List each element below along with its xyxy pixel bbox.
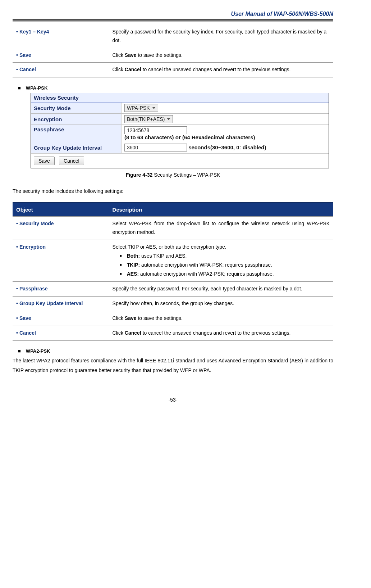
t1-r1-desc: Click Save to save the settings. bbox=[109, 48, 333, 63]
wpa2-psk-body-text: The latest WPA2 protocol features compli… bbox=[13, 356, 333, 375]
t2-security-mode-desc: Select WPA-PSK from the drop-down list t… bbox=[109, 217, 333, 240]
figure-wireless-security: Wireless Security Security Mode WPA-PSK … bbox=[31, 93, 333, 168]
t2-encryption-obj: •Encryption bbox=[13, 240, 109, 281]
interval-input[interactable]: 3600 bbox=[124, 144, 187, 151]
fig-header: Wireless Security bbox=[31, 93, 329, 103]
t1-r0-desc: Specify a password for the security key … bbox=[109, 25, 333, 48]
t2-cancel-desc: Click Cancel to cancel the unsaved chang… bbox=[109, 326, 333, 341]
section-heading-wpa-psk: ■WPA-PSK bbox=[18, 85, 333, 91]
square-bullet-icon: ■ bbox=[18, 348, 21, 354]
cancel-button[interactable]: Cancel bbox=[59, 157, 84, 165]
t1-r1-obj: •Save bbox=[13, 48, 109, 63]
fig-label-passphrase: Passphrase bbox=[31, 125, 122, 142]
page-header-title: User Manual of WAP-500N/WBS-500N bbox=[13, 11, 333, 17]
t2-head-description: Description bbox=[109, 202, 333, 217]
interval-hint: seconds(30~3600, 0: disabled) bbox=[188, 144, 266, 150]
section-heading-wpa2-psk: ■WPA2-PSK bbox=[18, 348, 333, 354]
t1-r0-obj: •Key1 – Key4 bbox=[13, 25, 109, 48]
t2-head-object: Object bbox=[13, 202, 109, 217]
description-table-1: •Key1 – Key4 Specify a password for the … bbox=[13, 25, 333, 78]
save-button[interactable]: Save bbox=[34, 157, 55, 165]
t2-passphrase-desc: Specify the security password. For secur… bbox=[109, 282, 333, 297]
t2-interval-desc: Specify how often, in seconds, the group… bbox=[109, 297, 333, 311]
t2-save-desc: Click Save to save the settings. bbox=[109, 311, 333, 326]
square-bullet-icon: ■ bbox=[18, 85, 21, 91]
passphrase-input[interactable]: 12345678 bbox=[124, 126, 187, 134]
t2-encryption-desc: Select TKIP or AES, or both as the encry… bbox=[109, 240, 333, 281]
fig-label-security-mode: Security Mode bbox=[31, 103, 122, 114]
security-mode-select[interactable]: WPA-PSK bbox=[124, 104, 158, 112]
fig-label-interval: Group Key Update Interval bbox=[31, 142, 122, 153]
t2-security-mode-obj: •Security Mode bbox=[13, 217, 109, 240]
t2-cancel-obj: •Cancel bbox=[13, 326, 109, 341]
page-number: -53- bbox=[13, 397, 333, 403]
figure-caption: Figure 4-32 Security Settings – WPA-PSK bbox=[13, 172, 333, 178]
fig-label-encryption: Encryption bbox=[31, 114, 122, 125]
passphrase-hint: (8 to 63 characters) or (64 Hexadecimal … bbox=[124, 134, 255, 140]
t2-save-obj: •Save bbox=[13, 311, 109, 326]
t2-interval-obj: •Group Key Update Interval bbox=[13, 297, 109, 311]
t2-passphrase-obj: •Passphrase bbox=[13, 282, 109, 297]
header-divider bbox=[13, 19, 333, 22]
t1-r2-obj: •Cancel bbox=[13, 63, 109, 78]
intro-text-2: The security mode includes the following… bbox=[13, 186, 333, 196]
description-table-2: Object Description •Security Mode Select… bbox=[13, 202, 333, 342]
encryption-select[interactable]: Both(TKIP+AES) bbox=[124, 115, 173, 123]
t1-r2-desc: Click Cancel to cancel the unsaved chang… bbox=[109, 63, 333, 78]
